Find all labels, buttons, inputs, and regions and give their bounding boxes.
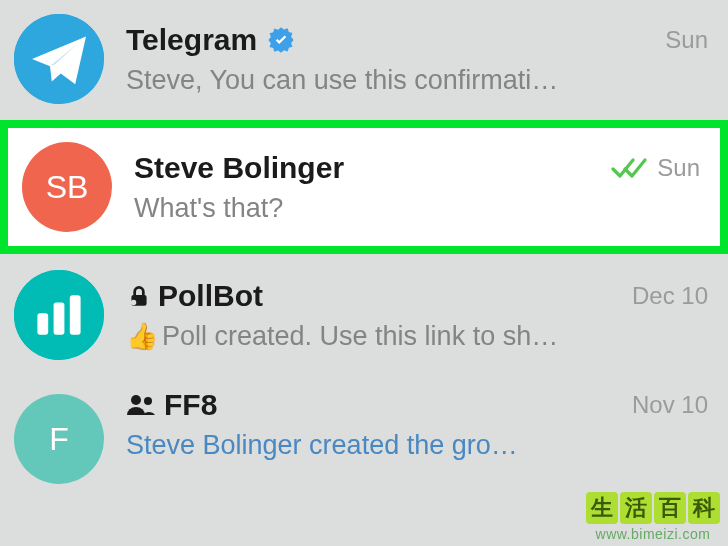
chat-preview: Steve Bolinger created the gro… <box>126 430 686 461</box>
chat-preview: 👍Poll created. Use this link to sh… <box>126 321 686 352</box>
avatar-pollbot <box>14 270 104 360</box>
read-double-check-icon <box>611 156 649 180</box>
chat-list: Telegram Sun Steve, You can use this con… <box>0 0 728 474</box>
chat-title: PollBot <box>126 279 263 313</box>
chat-title: Telegram <box>126 23 295 57</box>
watermark: 生 活 百 科 www.bimeizi.com <box>586 492 720 542</box>
watermark-url: www.bimeizi.com <box>596 526 711 542</box>
chat-content: PollBot Dec 10 👍Poll created. Use this l… <box>126 279 708 352</box>
svg-rect-2 <box>37 313 48 335</box>
chat-title: Steve Bolinger <box>134 151 344 185</box>
chat-content: Telegram Sun Steve, You can use this con… <box>126 23 708 96</box>
chat-time: Nov 10 <box>632 391 708 419</box>
bar-chart-icon <box>14 270 104 360</box>
watermark-char: 生 <box>586 492 618 524</box>
watermark-char: 科 <box>688 492 720 524</box>
watermark-char: 活 <box>620 492 652 524</box>
chat-item-telegram[interactable]: Telegram Sun Steve, You can use this con… <box>0 0 728 118</box>
chat-preview: Steve, You can use this confirmati… <box>126 65 686 96</box>
group-icon <box>126 393 156 417</box>
chat-time: Sun <box>665 26 708 54</box>
chat-item-pollbot[interactable]: PollBot Dec 10 👍Poll created. Use this l… <box>0 256 728 374</box>
avatar-initials: SB <box>22 142 112 232</box>
svg-point-6 <box>131 299 136 304</box>
svg-rect-4 <box>70 295 81 335</box>
chat-content: FF8 Nov 10 Steve Bolinger created the gr… <box>126 388 708 461</box>
chat-title: FF8 <box>126 388 217 422</box>
chat-time: Dec 10 <box>632 282 708 310</box>
avatar-initials: F <box>14 394 104 484</box>
lock-icon <box>126 283 152 309</box>
chat-item-steve-bolinger[interactable]: SB Steve Bolinger Sun What's that? <box>0 120 728 254</box>
chat-content: Steve Bolinger Sun What's that? <box>134 151 700 224</box>
chat-preview: What's that? <box>134 193 694 224</box>
telegram-plane-icon <box>14 14 104 104</box>
svg-rect-3 <box>54 302 65 334</box>
chat-item-ff8[interactable]: F FF8 Nov 10 <box>0 374 728 474</box>
avatar-telegram <box>14 14 104 104</box>
watermark-char: 百 <box>654 492 686 524</box>
chat-time: Sun <box>657 154 700 182</box>
svg-point-7 <box>131 395 141 405</box>
verified-icon <box>267 26 295 54</box>
svg-point-8 <box>144 397 152 405</box>
thumbs-up-emoji: 👍 <box>126 321 158 351</box>
